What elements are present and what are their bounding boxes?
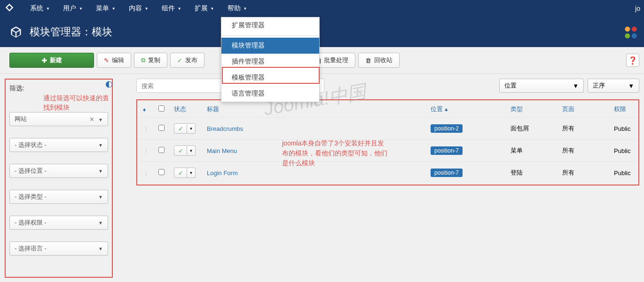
dropdown-divider bbox=[221, 35, 319, 36]
header-page[interactable]: 页面 bbox=[558, 101, 609, 118]
copy-button[interactable]: ⧉复制 bbox=[134, 53, 167, 68]
check-icon: ✓ bbox=[174, 168, 187, 178]
module-title-link[interactable]: Breadcrumbs bbox=[207, 125, 243, 132]
chevron-down-icon: ▼ bbox=[628, 82, 634, 89]
position-badge: position-2 bbox=[431, 124, 463, 133]
drag-handle-icon[interactable]: ⋮ bbox=[143, 169, 149, 177]
sort-order-select[interactable]: 正序▼ bbox=[588, 79, 639, 93]
copy-icon: ⧉ bbox=[141, 56, 145, 64]
top-menu-bar: 系统▼ 用户▼ 菜单▼ 内容▼ 组件▼ 扩展▼ 帮助▼ jo bbox=[0, 0, 644, 17]
check-icon: ✓ bbox=[174, 123, 187, 134]
page-cell: 所有 bbox=[558, 118, 609, 140]
svg-point-1 bbox=[632, 26, 637, 32]
help-button[interactable]: ❓ bbox=[626, 54, 639, 67]
type-cell: 面包屑 bbox=[506, 118, 558, 140]
chevron-down-icon: ▼ bbox=[98, 117, 103, 122]
header-position[interactable]: 位置 ▴ bbox=[426, 101, 506, 118]
drag-handle-icon[interactable]: ⋮ bbox=[143, 125, 149, 132]
status-toggle[interactable]: ✓▼ bbox=[174, 145, 196, 156]
modules-table: ♦ 状态 标题 位置 ▴ 类型 页面 权限 ⋮ ✓▼ bbox=[138, 101, 637, 184]
check-icon: ✓ bbox=[174, 145, 187, 156]
table-row: ⋮ ✓▼ Main Menu joomla本身自带了3个安装好并且发布的模块，看… bbox=[138, 140, 637, 162]
collapse-icon[interactable]: ◐ bbox=[105, 79, 113, 89]
pencil-icon: ✎ bbox=[104, 57, 109, 64]
dropdown-plugin-manager[interactable]: 插件管理器 bbox=[221, 54, 319, 70]
content-area: 位置▼ 正序▼ ♦ 状态 标题 位置 ▴ 类型 页面 权限 bbox=[113, 79, 639, 278]
access-cell: Public bbox=[609, 118, 637, 140]
main-content: ◐ 筛选: 通过筛选可以快速的查找到模块 网站✕ ▼ - 选择状态 -▼ - 选… bbox=[0, 74, 644, 278]
joomla-logo-icon bbox=[5, 3, 14, 15]
chevron-down-icon: ▼ bbox=[98, 194, 103, 200]
extensions-dropdown: 扩展管理器 模块管理器 插件管理器 模板管理器 语言管理器 bbox=[221, 17, 320, 102]
check-icon: ✓ bbox=[177, 57, 182, 64]
filter-position[interactable]: - 选择位置 -▼ bbox=[9, 164, 108, 178]
filter-site[interactable]: 网站✕ ▼ bbox=[9, 112, 108, 126]
chevron-down-icon: ▼ bbox=[573, 82, 579, 89]
search-row: 位置▼ 正序▼ bbox=[136, 79, 639, 93]
dropdown-module-manager[interactable]: 模块管理器 bbox=[221, 38, 319, 54]
dropdown-extension-manager[interactable]: 扩展管理器 bbox=[221, 17, 319, 33]
position-badge: position-7 bbox=[431, 169, 463, 177]
type-cell: 登陆 bbox=[506, 162, 558, 184]
header-access[interactable]: 权限 bbox=[609, 101, 637, 118]
chevron-down-icon: ▼ bbox=[98, 169, 103, 174]
chevron-down-icon: ▼ bbox=[98, 220, 103, 226]
dropdown-template-manager[interactable]: 模板管理器 bbox=[221, 70, 319, 86]
dropdown-language-manager[interactable]: 语言管理器 bbox=[221, 86, 319, 102]
access-cell: Public bbox=[609, 162, 637, 184]
page-cell: 所有 bbox=[558, 140, 609, 162]
clear-icon[interactable]: ✕ bbox=[89, 116, 94, 123]
chevron-down-icon: ▼ bbox=[187, 168, 196, 178]
filter-type[interactable]: - 选择类型 -▼ bbox=[9, 190, 108, 204]
header-title[interactable]: 标题 bbox=[202, 101, 426, 118]
module-title-link[interactable]: Login Form bbox=[207, 169, 238, 177]
table-row: ⋮ ✓▼ Breadcrumbs position-2 面包屑 所有 Publi… bbox=[138, 118, 637, 140]
chevron-down-icon: ▼ bbox=[98, 246, 103, 251]
menu-system[interactable]: 系统▼ bbox=[24, 0, 56, 17]
chevron-down-icon: ▼ bbox=[187, 145, 196, 156]
annotation-table-text: joomla本身自带了3个安装好并且发布的模块，看他们的类型可知，他们是什么模块 bbox=[282, 138, 390, 168]
publish-button[interactable]: ✓发布 bbox=[170, 53, 204, 68]
menu-components[interactable]: 组件▼ bbox=[155, 0, 188, 17]
page-title: 模块管理器：模块 bbox=[30, 25, 112, 39]
header-type[interactable]: 类型 bbox=[506, 101, 558, 118]
svg-point-2 bbox=[625, 33, 630, 39]
status-toggle[interactable]: ✓▼ bbox=[174, 168, 196, 178]
menu-content[interactable]: 内容▼ bbox=[122, 0, 155, 17]
sort-position-select[interactable]: 位置▼ bbox=[499, 79, 584, 93]
annotation-sidebar-text: 通过筛选可以快速的查找到模块 bbox=[43, 94, 112, 112]
filter-status[interactable]: - 选择状态 -▼ bbox=[9, 138, 108, 152]
filter-language[interactable]: - 选择语言 -▼ bbox=[9, 242, 108, 256]
drag-handle-icon[interactable]: ⋮ bbox=[143, 147, 149, 154]
row-checkbox[interactable] bbox=[158, 169, 165, 175]
module-title-link[interactable]: Main Menu bbox=[207, 147, 237, 154]
access-cell: Public bbox=[609, 140, 637, 162]
filter-access[interactable]: - 选择权限 -▼ bbox=[9, 216, 108, 230]
sort-icon[interactable]: ♦ bbox=[143, 106, 146, 113]
joomla-brand-icon bbox=[622, 24, 639, 43]
action-toolbar: ✚新建 ✎编辑 ⧉复制 ✓发布 ▦批量处理 🗑回收站 ❓ bbox=[0, 47, 644, 74]
chevron-down-icon: ▼ bbox=[98, 143, 103, 148]
position-badge: position-7 bbox=[431, 146, 463, 155]
svg-point-3 bbox=[632, 33, 637, 39]
filter-sidebar: ◐ 筛选: 通过筛选可以快速的查找到模块 网站✕ ▼ - 选择状态 -▼ - 选… bbox=[5, 79, 113, 278]
trash-icon: 🗑 bbox=[365, 57, 371, 64]
recycle-button[interactable]: 🗑回收站 bbox=[358, 53, 400, 68]
cube-icon bbox=[9, 25, 23, 39]
question-icon: ❓ bbox=[628, 56, 637, 65]
menu-users[interactable]: 用户▼ bbox=[56, 0, 89, 17]
edit-button[interactable]: ✎编辑 bbox=[97, 53, 131, 68]
row-checkbox[interactable] bbox=[158, 125, 165, 131]
select-all-checkbox[interactable] bbox=[158, 105, 165, 112]
type-cell: 菜单 bbox=[506, 140, 558, 162]
status-toggle[interactable]: ✓▼ bbox=[174, 123, 196, 134]
menu-extensions[interactable]: 扩展▼ bbox=[188, 0, 221, 17]
header-status[interactable]: 状态 bbox=[169, 101, 202, 118]
menu-menus[interactable]: 菜单▼ bbox=[89, 0, 122, 17]
new-button[interactable]: ✚新建 bbox=[9, 53, 94, 68]
row-checkbox[interactable] bbox=[158, 147, 165, 153]
title-bar: 模块管理器：模块 bbox=[0, 17, 644, 47]
annotation-box-sidebar: ◐ 筛选: 通过筛选可以快速的查找到模块 网站✕ ▼ - 选择状态 -▼ - 选… bbox=[5, 79, 113, 278]
menu-help[interactable]: 帮助▼ bbox=[221, 0, 254, 17]
svg-point-0 bbox=[625, 26, 630, 32]
